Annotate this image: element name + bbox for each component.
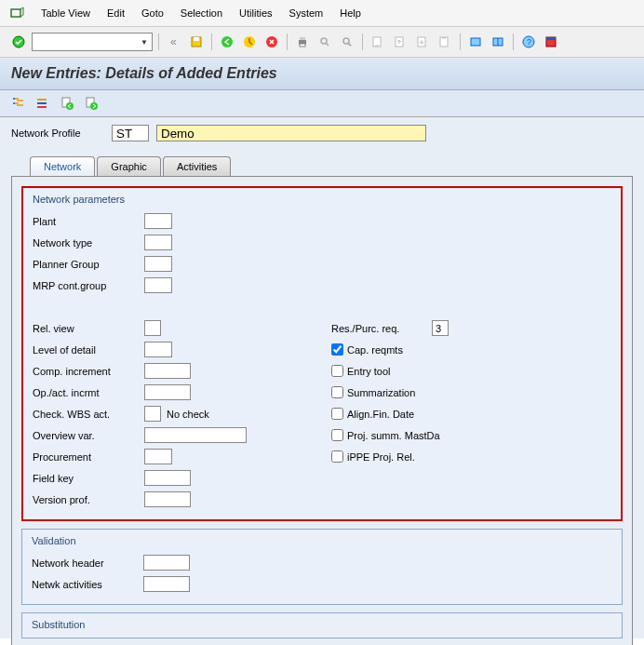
input-version-prof[interactable] [144,491,191,507]
page-first-icon[interactable] [369,33,387,51]
tab-content: Network parameters Plant Network type Pl… [11,176,633,645]
input-op-incr[interactable] [144,384,191,400]
label-level-detail: Level of detail [33,344,144,356]
label-check-wbs: Check. WBS act. [33,409,144,420]
tabs: Network Graphic Activities [30,156,633,176]
svg-rect-4 [194,37,199,41]
profile-label: Network Profile [11,128,104,139]
label-procurement: Procurement [33,451,144,463]
input-net-activities[interactable] [143,576,190,592]
label-proj-summ: Proj. summ. MastDa [347,430,440,441]
profile-desc-input[interactable] [156,125,426,141]
label-entry-tool: Entry tool [347,366,390,377]
menubar: Table View Edit Goto Selection Utilities… [0,0,644,27]
shortcut-icon[interactable] [489,33,507,51]
new-session-icon[interactable] [466,33,485,51]
menu-edit[interactable]: Edit [107,7,125,19]
print-icon[interactable] [293,33,312,51]
svg-point-28 [13,102,15,104]
fieldset-title-validation: Validation [32,535,612,546]
page-last-icon[interactable] [436,33,454,51]
label-cap-reqmts: Cap. reqmts [347,344,403,356]
next-entry-icon[interactable] [82,94,101,113]
command-field[interactable]: ▼ [32,33,153,51]
label-summarization: Summarization [347,387,415,398]
tab-activities[interactable]: Activities [163,156,231,176]
fieldset-title-substitution: Substitution [32,619,612,630]
exit-icon[interactable] [240,33,259,51]
page-up-icon[interactable] [391,33,409,51]
exec-icon[interactable] [9,94,28,113]
label-network-type: Network type [33,237,144,249]
checkbox-cap-reqmts[interactable] [331,343,343,356]
label-overview-var: Overview var. [33,430,144,441]
label-comp-incr: Comp. increment [33,366,144,377]
menu-selection[interactable]: Selection [181,7,222,19]
menu-table-view[interactable]: Table View [41,7,90,19]
input-procurement[interactable] [144,449,172,464]
menu-help[interactable]: Help [340,7,361,19]
back-icon[interactable]: « [165,33,183,51]
profile-row: Network Profile [11,125,633,141]
tab-graphic[interactable]: Graphic [97,156,161,176]
input-field-key[interactable] [144,470,191,486]
input-planner-group[interactable] [144,256,172,272]
svg-point-27 [13,98,15,100]
check-wbs-text: No check [167,409,209,420]
label-ippe: iPPE Proj. Rel. [347,451,415,463]
layout-icon[interactable] [542,33,560,51]
svg-rect-26 [546,37,556,40]
svg-rect-20 [471,38,480,46]
toolbar: ▼ « + ? [0,27,644,58]
enter-icon[interactable] [9,33,28,51]
network-parameters-fieldset: Network parameters Plant Network type Pl… [21,186,623,521]
back-green-icon[interactable] [218,33,236,51]
input-mrp-group[interactable] [144,277,172,293]
input-check-wbs[interactable] [144,406,161,422]
checkbox-summarization[interactable] [331,386,343,398]
list-icon[interactable] [34,94,52,113]
find-icon[interactable] [315,33,334,51]
label-plant: Plant [33,216,144,227]
input-net-header[interactable] [143,555,190,571]
label-net-header: Network header [32,558,143,569]
fieldset-title-netparams: Network parameters [33,194,611,205]
svg-text:«: « [170,35,177,48]
input-network-type[interactable] [144,235,172,250]
label-res-purc: Res./Purc. req. [331,323,424,334]
cancel-icon[interactable] [262,33,281,51]
app-icon[interactable] [9,6,24,20]
checkbox-proj-summ[interactable] [331,429,343,441]
page-down-icon[interactable] [413,33,432,51]
profile-code-input[interactable] [112,125,149,141]
checkbox-ippe[interactable] [331,450,343,463]
checkbox-entry-tool[interactable] [331,365,343,377]
input-comp-incr[interactable] [144,363,191,379]
checkbox-align-fin[interactable] [331,408,343,420]
input-level-detail[interactable] [144,342,172,357]
input-rel-view[interactable] [144,320,161,336]
content: Network Profile Network Graphic Activiti… [0,117,644,638]
svg-text:+: + [348,42,352,48]
svg-rect-29 [37,99,47,101]
menu-goto[interactable]: Goto [141,7,164,19]
help-icon[interactable]: ? [519,33,538,51]
find-next-icon[interactable]: + [338,33,356,51]
menu-system[interactable]: System [289,7,324,19]
input-overview-var[interactable] [144,427,247,443]
svg-point-5 [221,36,233,47]
menu-utilities[interactable]: Utilities [239,7,272,19]
tab-network[interactable]: Network [30,156,95,176]
save-icon[interactable] [187,33,206,51]
svg-rect-10 [300,44,305,47]
input-plant[interactable] [144,213,172,229]
label-rel-view: Rel. view [33,323,144,334]
label-net-activities: Netwk activities [32,579,143,590]
label-planner-group: Planner Group [33,259,144,270]
prev-entry-icon[interactable] [58,94,76,113]
label-align-fin: Align.Fin. Date [347,409,414,420]
input-res-purc[interactable] [432,320,449,336]
label-op-incr: Op./act. incrmt [33,387,144,398]
svg-rect-0 [11,9,20,17]
svg-rect-9 [300,37,305,40]
